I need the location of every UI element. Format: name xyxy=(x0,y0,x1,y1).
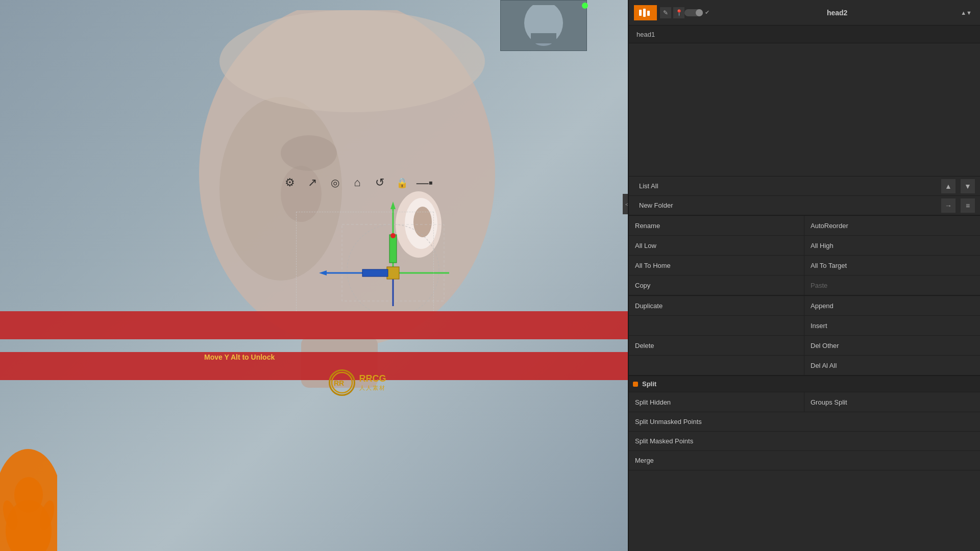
panel-header: ✎ 📍 ✔ head2 ▲▼ xyxy=(629,0,980,26)
svg-point-11 xyxy=(219,10,485,112)
all-to-home-target-row: All To Home All To Target xyxy=(629,256,980,276)
svg-point-27 xyxy=(14,477,43,513)
blank-insert-row: Insert xyxy=(629,316,980,336)
list-all-icon-down[interactable]: ▼ xyxy=(961,179,975,193)
split-masked-button[interactable]: Split Masked Points xyxy=(629,432,980,451)
logo-text-main: RRCG xyxy=(359,373,386,385)
groups-split-button[interactable]: Groups Split xyxy=(804,392,980,412)
append-button[interactable]: Append xyxy=(804,296,980,315)
copy-button[interactable]: Copy xyxy=(629,276,804,295)
split-label: Split xyxy=(642,380,656,388)
head1-text: head1 xyxy=(636,31,655,38)
split-hidden-groups-row: Split Hidden Groups Split xyxy=(629,392,980,412)
blank-button xyxy=(629,316,804,335)
svg-rect-30 xyxy=(639,10,642,16)
rename-autoreorder-row: Rename AutoReorder xyxy=(629,216,980,236)
range-icon[interactable]: —▪ xyxy=(415,173,434,192)
viewport-toolbar: ⚙ ↗ ◎ ⌂ ↺ 🔒 —▪ xyxy=(281,173,434,192)
duplicate-button[interactable]: Duplicate xyxy=(629,296,804,315)
main-viewport[interactable]: ⚙ ↗ ◎ ⌂ ↺ 🔒 —▪ xyxy=(0,0,628,551)
panel-header-title: head2 xyxy=(714,9,961,17)
head1-label: head1 xyxy=(629,26,980,43)
merge-row: Merge xyxy=(629,451,980,470)
merge-button[interactable]: Merge xyxy=(629,451,980,470)
character-preview xyxy=(0,378,57,551)
lock-icon[interactable]: 🔒 xyxy=(393,173,411,192)
list-all-icon-up[interactable]: ▲ xyxy=(941,179,955,193)
paste-button[interactable]: Paste xyxy=(804,276,980,295)
list-all-row: List All ▲ ▼ xyxy=(629,177,980,196)
all-high-button[interactable]: All High xyxy=(804,236,980,255)
del-all-row: Del Al All xyxy=(629,356,980,375)
split-unmasked-row: Split Unmasked Points xyxy=(629,412,980,432)
split-unmasked-button[interactable]: Split Unmasked Points xyxy=(629,412,980,432)
auto-reorder-button[interactable]: AutoReorder xyxy=(804,216,980,235)
insert-button[interactable]: Insert xyxy=(804,316,980,335)
rename-button[interactable]: Rename xyxy=(629,216,804,235)
all-low-button[interactable]: All Low xyxy=(629,236,804,255)
new-folder-row: New Folder → ≡ xyxy=(629,196,980,215)
all-low-high-row: All Low All High xyxy=(629,236,980,256)
panel-collapse-button[interactable]: ◁ xyxy=(623,194,628,214)
new-folder-button[interactable]: New Folder xyxy=(633,196,937,215)
delete-other-row: Delete Del Other xyxy=(629,336,980,356)
active-indicator xyxy=(582,3,588,9)
selection-box xyxy=(296,212,434,319)
del-other-button[interactable]: Del Other xyxy=(804,336,980,355)
target-icon[interactable]: ◎ xyxy=(326,173,344,192)
status-bar: Move Y Alt to Unlock xyxy=(204,353,275,361)
svg-text:RR: RR xyxy=(334,379,344,387)
toggle-label: ✔ xyxy=(705,9,709,16)
new-folder-icon2[interactable]: ≡ xyxy=(961,198,975,213)
split-dot xyxy=(633,382,638,387)
logo-watermark: RR RRCG 人人素材 xyxy=(316,367,398,398)
logo-text-sub: 人人素材 xyxy=(359,384,386,392)
list-all-button[interactable]: List All xyxy=(633,177,937,196)
panel-toggle: ✔ xyxy=(684,9,714,16)
panel-header-controls: ▲▼ xyxy=(961,10,972,16)
split-hidden-button[interactable]: Split Hidden xyxy=(629,392,804,412)
pin-icon[interactable]: ↗ xyxy=(303,173,322,192)
del-all-button[interactable]: Del Al All xyxy=(804,356,980,375)
logo-circle: RR xyxy=(329,369,355,396)
panel-header-accent xyxy=(634,5,657,20)
red-banner-bottom xyxy=(0,352,628,380)
delete-button[interactable]: Delete xyxy=(629,336,804,355)
toggle-track[interactable] xyxy=(684,9,703,16)
blank-button2 xyxy=(629,356,804,375)
svg-rect-32 xyxy=(647,11,650,16)
list-area xyxy=(629,43,980,176)
red-banner-top xyxy=(0,311,628,339)
split-section-header: Split xyxy=(629,376,980,392)
panel-header-icons: ✎ 📍 xyxy=(660,7,684,18)
right-panel: ✎ 📍 ✔ head2 ▲▼ head1 List All ▲ ▼ New Fo… xyxy=(628,0,980,551)
settings-icon[interactable]: ⚙ xyxy=(281,173,299,192)
new-folder-icon[interactable]: → xyxy=(941,198,955,213)
duplicate-append-row: Duplicate Append xyxy=(629,296,980,316)
header-icon-pencil[interactable]: ✎ xyxy=(660,7,671,18)
svg-rect-31 xyxy=(643,9,646,17)
head-3d-model xyxy=(102,10,561,408)
undo-icon[interactable]: ↺ xyxy=(371,173,389,192)
split-masked-row: Split Masked Points xyxy=(629,432,980,451)
all-to-home-button[interactable]: All To Home xyxy=(629,256,804,275)
copy-paste-row: Copy Paste xyxy=(629,276,980,295)
toggle-thumb xyxy=(696,9,703,16)
panel-content: List All ▲ ▼ New Folder → ≡ Rename AutoR… xyxy=(629,43,980,551)
all-to-target-button[interactable]: All To Target xyxy=(804,256,980,275)
header-icon-pin[interactable]: 📍 xyxy=(673,7,684,18)
home-icon[interactable]: ⌂ xyxy=(348,173,366,192)
